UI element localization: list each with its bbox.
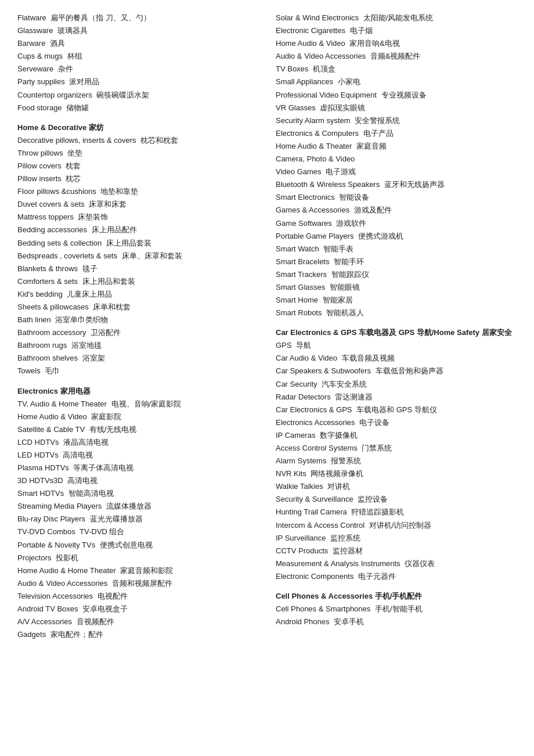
item-chinese: 家用音响&电视 xyxy=(348,39,400,48)
item-english: Streaming Media Players xyxy=(17,502,102,510)
item-english: Smart Robots xyxy=(276,308,322,317)
list-item: TV-DVD Combos TV-DVD 组合 xyxy=(17,525,258,538)
item-english: Car Electronics & GPS xyxy=(276,405,352,414)
item-english: LED HDTVs xyxy=(17,451,59,459)
list-item: A/V Accessories 音视频配件 xyxy=(17,615,258,628)
item-chinese: 车载电器和 GPS 导航仪 xyxy=(355,405,437,414)
item-english: Duvet covers & sets xyxy=(17,200,85,208)
item-english: Audio & Video Accessories xyxy=(276,52,366,60)
list-item: Radar Detectors 雷达测速器 xyxy=(276,391,517,404)
item-english: Game Softwares xyxy=(276,219,332,228)
item-chinese: 电视、音响/家庭影院 xyxy=(109,399,181,408)
list-item: Cell Phones & Smartphones 手机/智能手机 xyxy=(276,603,517,615)
item-chinese: 枕套 xyxy=(64,161,81,170)
item-chinese: 智能设备 xyxy=(337,193,370,201)
item-english: Alarm Systems xyxy=(276,456,326,465)
list-item: TV Boxes 机顶盒 xyxy=(276,63,517,75)
item-english: Barware xyxy=(17,39,45,48)
item-english: Portable & Novelty TVs xyxy=(17,541,95,549)
item-english: Bath linen xyxy=(17,315,51,324)
item-chinese: 浴室单巾类织物 xyxy=(53,315,109,324)
item-chinese: 床单和枕套 xyxy=(91,303,131,311)
list-item: IP Surveillance 监控系统 xyxy=(276,532,517,545)
item-english: Bathroom shelves xyxy=(17,354,78,362)
list-item: Plasma HDTVs 等离子体高清电视 xyxy=(17,462,258,474)
item-english: Bedding sets & collection xyxy=(17,239,102,247)
item-english: TV Boxes xyxy=(276,64,308,73)
item-english: Glassware xyxy=(17,26,53,35)
item-chinese: 家庭音频和影院 xyxy=(118,566,174,575)
item-english: Electronic Cigarettes xyxy=(276,26,345,35)
item-chinese: 高清电视 xyxy=(66,476,98,485)
item-english: Camera, Photo & Video xyxy=(276,154,355,163)
list-item: Car Audio & Video 车载音频及视频 xyxy=(276,352,517,365)
list-item: Smart Watch 智能手表 xyxy=(276,243,517,255)
item-english: Security Alarm system xyxy=(276,116,351,125)
category-section: Cell Phones & Accessories 手机/手机配件Cell Ph… xyxy=(276,591,517,628)
item-english: Cell Phones & Smartphones xyxy=(276,604,370,613)
list-item: Android TV Boxes 安卓电视盒子 xyxy=(17,603,258,615)
item-chinese: 音频&视频配件 xyxy=(368,52,420,60)
item-english: Car Security xyxy=(276,380,317,388)
item-english: Smart Electronics xyxy=(276,193,335,201)
item-chinese: 汽车安全系统 xyxy=(320,380,367,388)
item-chinese: 太阳能/风能发电系统 xyxy=(361,13,433,22)
list-item: TV, Audio & Home Theater 电视、音响/家庭影院 xyxy=(17,398,258,411)
main-content: Flatware 扁平的餐具（指 刀、又、勺）Glassware 玻璃器具Bar… xyxy=(17,12,517,649)
item-english: Bedding accessories xyxy=(17,225,87,234)
list-item: Small Appliances 小家电 xyxy=(276,75,517,88)
list-item: Barware 酒具 xyxy=(17,37,258,50)
item-chinese: 机顶盒 xyxy=(311,64,335,73)
item-english: Pillow inserts xyxy=(17,174,62,183)
list-item: Car Speakers & Subwoofers 车载低音炮和扬声器 xyxy=(276,365,517,377)
item-english: Comforters & sets xyxy=(17,277,78,286)
list-item: Serveware 杂件 xyxy=(17,63,258,75)
item-chinese: 床罩和床套 xyxy=(87,200,127,208)
item-chinese: 卫浴配件 xyxy=(89,328,121,337)
item-english: Electronics & Computers xyxy=(276,129,359,138)
item-chinese: 家庭影院 xyxy=(89,412,122,421)
item-english: CCTV Products xyxy=(276,546,328,555)
list-item: Audio & Video Accessories 音频&视频配件 xyxy=(276,50,517,63)
item-chinese: 蓝光光碟播放器 xyxy=(88,514,143,523)
list-item: Portable & Novelty TVs 便携式创意电视 xyxy=(17,539,258,552)
item-english: Games & Accessories xyxy=(276,206,349,214)
item-chinese: 安卓手机 xyxy=(332,617,365,626)
list-item: Throw pillows 坐垫 xyxy=(17,147,258,160)
list-item: Home Audio & Video 家庭影院 xyxy=(17,411,258,423)
list-item: Walkie Talkies 对讲机 xyxy=(276,480,517,493)
item-chinese: 电子游戏 xyxy=(324,167,356,176)
list-item: Electronic Cigarettes 电子烟 xyxy=(276,24,517,37)
list-item: Television Accessories 电视配件 xyxy=(17,590,258,603)
item-chinese: 仪器仪表 xyxy=(403,559,435,568)
item-chinese: 高清电视 xyxy=(61,451,93,459)
item-chinese: 派对用品 xyxy=(67,77,100,86)
item-english: Electronic Components xyxy=(276,572,353,581)
item-chinese: 智能家居 xyxy=(320,296,353,304)
item-chinese: 小家电 xyxy=(335,77,360,86)
list-item: Countertop organizers 碗筷碗碟沥水架 xyxy=(17,89,258,102)
item-english: Towels xyxy=(17,366,41,375)
list-item: VR Glasses 虚拟现实眼镜 xyxy=(276,102,517,114)
item-chinese: 便携式游戏机 xyxy=(356,232,403,240)
item-chinese: 智能手表 xyxy=(322,244,354,253)
item-chinese: 雷达测速器 xyxy=(333,393,373,401)
list-item: Flatware 扁平的餐具（指 刀、又、勺） xyxy=(17,12,258,24)
item-chinese: 杂件 xyxy=(56,64,73,73)
item-english: Smart Watch xyxy=(276,244,319,253)
item-chinese: 液晶高清电视 xyxy=(62,438,109,447)
list-item: Bedding sets & collection 床上用品套装 xyxy=(17,237,258,250)
item-english: Kid's bedding xyxy=(17,290,63,298)
list-item: Car Electronics & GPS 车载电器和 GPS 导航仪 xyxy=(276,404,517,416)
category-section: Flatware 扁平的餐具（指 刀、又、勺）Glassware 玻璃器具Bar… xyxy=(17,12,258,114)
list-item: Decorative pillows, inserts & covers 枕芯和… xyxy=(17,134,258,147)
item-chinese: 电子烟 xyxy=(348,26,373,35)
item-english: Throw pillows xyxy=(17,149,63,157)
item-english: Security & Surveillance xyxy=(276,495,353,503)
list-item: Alarm Systems 报警系统 xyxy=(276,455,517,467)
item-english: Home Audio & Home Theater xyxy=(17,566,116,575)
item-english: Hunting Trail Camera xyxy=(276,507,347,516)
list-item: Video Games 电子游戏 xyxy=(276,165,517,178)
list-item: LCD HDTVs 液晶高清电视 xyxy=(17,436,258,449)
item-english: Smart Home xyxy=(276,296,318,304)
